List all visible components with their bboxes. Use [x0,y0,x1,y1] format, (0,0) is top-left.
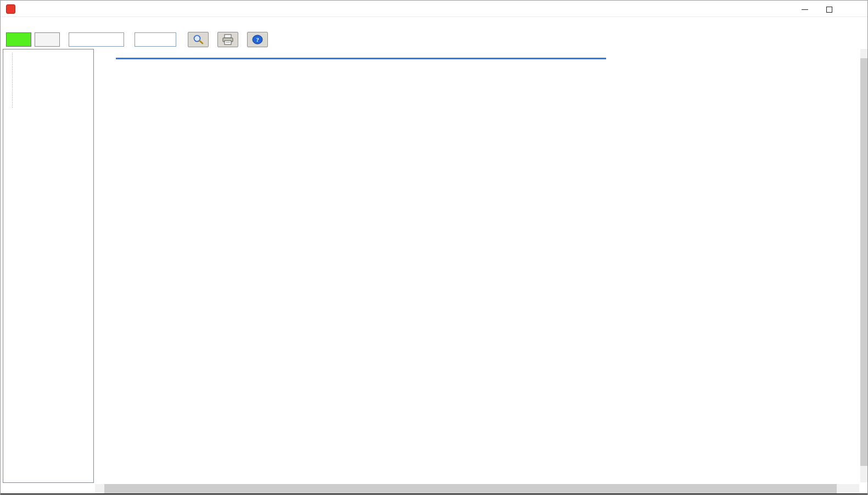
print-button[interactable] [217,32,238,47]
vertical-scroll-thumb[interactable] [860,58,868,466]
printer-icon [221,34,234,45]
close-button[interactable] [848,4,865,15]
svg-text:?: ? [256,36,259,43]
horizontal-scrollbar[interactable] [95,484,859,493]
selection-range-underline [116,58,606,59]
run-button[interactable] [6,32,31,47]
monitor-button[interactable] [35,32,60,47]
scroll-right-arrow[interactable] [849,484,858,493]
report-tree-panel [3,49,94,483]
date-dropdown[interactable] [69,32,124,47]
help-icon: ? [251,34,264,45]
maximize-icon [826,7,832,13]
report-type-dropdown[interactable] [135,32,176,47]
app-logo-icon [6,4,15,14]
scroll-up-arrow[interactable] [860,49,868,58]
minimize-button[interactable] [797,4,813,15]
zoom-button[interactable] [188,32,209,47]
title-bar [1,1,867,17]
scroll-down-arrow[interactable] [860,470,868,479]
horizontal-scroll-thumb[interactable] [104,484,837,493]
maximize-button[interactable] [821,4,837,15]
menu-bar [1,18,867,31]
vertical-scrollbar[interactable] [860,49,868,482]
toolbar: ? [1,31,867,49]
magnifier-icon [192,34,204,45]
minimize-icon [802,9,808,10]
tree-connector-line [12,53,13,108]
help-button[interactable]: ? [247,32,268,47]
scroll-left-arrow[interactable] [95,484,104,493]
app-window: ? [0,0,868,495]
